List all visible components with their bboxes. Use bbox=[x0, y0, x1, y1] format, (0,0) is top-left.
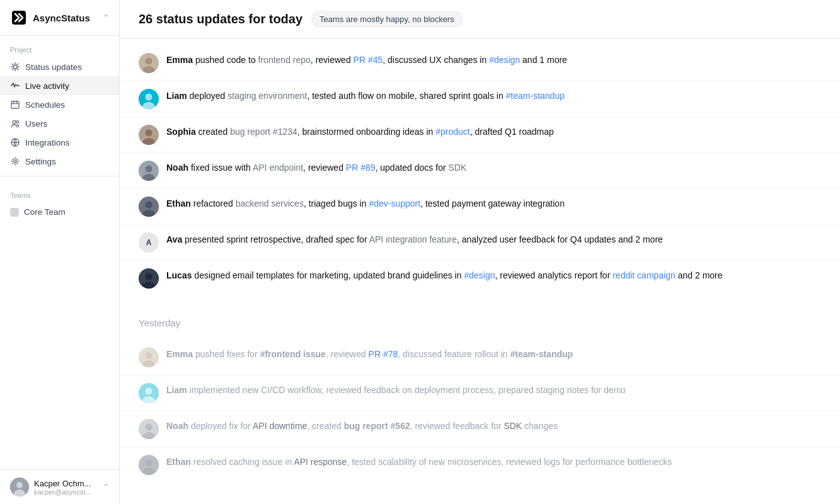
sidebar-item-label: Integrations bbox=[25, 138, 70, 147]
svg-line-6 bbox=[12, 64, 13, 64]
sidebar: AsyncStatus ⌃ Project Status updates bbox=[0, 0, 120, 504]
avatar bbox=[139, 347, 159, 367]
yesterday-section-label: Yesterday bbox=[120, 302, 840, 333]
teams-section-label: Teams bbox=[0, 181, 119, 203]
svg-line-8 bbox=[17, 64, 18, 64]
project-section: Project Status updates bbox=[0, 36, 119, 171]
activity-text: Emma pushed code to frontend repo, revie… bbox=[166, 53, 821, 67]
sidebar-item-settings[interactable]: Settings bbox=[0, 152, 119, 171]
svg-point-39 bbox=[146, 352, 152, 359]
activity-text: Ethan resolved caching issue in API resp… bbox=[166, 455, 821, 469]
user-info: Kacper Ochm... kacper@asyncst... bbox=[34, 479, 98, 496]
list-item: Noah fixed issue with API endpoint, revi… bbox=[120, 153, 840, 189]
activity-text: Noah deployed fix for API downtime, crea… bbox=[166, 419, 821, 433]
list-item: Liam deployed staging environment, teste… bbox=[120, 81, 840, 117]
activity-text: Liam deployed staging environment, teste… bbox=[166, 89, 821, 103]
svg-point-21 bbox=[146, 58, 152, 65]
svg-point-45 bbox=[146, 424, 152, 431]
avatar bbox=[139, 383, 159, 403]
svg-point-30 bbox=[146, 166, 152, 173]
list-item: Ethan refactored backend services, triag… bbox=[120, 189, 840, 225]
sidebar-item-label: Settings bbox=[25, 157, 56, 166]
sidebar-item-label: Users bbox=[25, 119, 47, 129]
svg-point-16 bbox=[14, 160, 16, 163]
team-color-indicator bbox=[10, 208, 19, 217]
avatar bbox=[139, 89, 159, 109]
sidebar-item-live-activity[interactable]: Live activity bbox=[0, 76, 119, 95]
svg-point-15 bbox=[16, 120, 19, 123]
integrations-icon bbox=[10, 137, 20, 147]
sidebar-divider bbox=[0, 176, 119, 176]
svg-rect-10 bbox=[11, 101, 19, 108]
svg-point-27 bbox=[146, 130, 152, 137]
sidebar-header[interactable]: AsyncStatus ⌃ bbox=[0, 0, 119, 36]
sun-icon bbox=[10, 62, 20, 72]
activity-text: Lucas designed email templates for marke… bbox=[166, 268, 821, 282]
main-header: 26 status updates for today Teams are mo… bbox=[120, 0, 840, 39]
sidebar-item-core-team[interactable]: Core Team bbox=[0, 203, 119, 221]
activity-text: Sophia created bug report #1234, brainst… bbox=[166, 125, 821, 139]
sidebar-item-label: Live activity bbox=[25, 81, 69, 91]
svg-point-1 bbox=[13, 65, 17, 69]
list-item: Liam implemented new CI/CD workflow, rev… bbox=[120, 375, 840, 411]
sidebar-item-label: Status updates bbox=[25, 62, 82, 72]
yesterday-activity-list: Emma pushed fixes for #frontend issue, r… bbox=[120, 333, 840, 489]
user-menu-icon: ⌃ bbox=[103, 483, 109, 491]
avatar bbox=[139, 419, 159, 439]
today-activity-list: Emma pushed code to frontend repo, revie… bbox=[120, 39, 840, 302]
avatar bbox=[139, 197, 159, 217]
svg-point-42 bbox=[146, 388, 152, 395]
list-item: Emma pushed code to frontend repo, revie… bbox=[120, 45, 840, 81]
sidebar-item-label: Schedules bbox=[25, 100, 65, 110]
svg-line-7 bbox=[17, 69, 18, 69]
sidebar-item-schedules[interactable]: Schedules bbox=[0, 95, 119, 114]
app-switcher-icon: ⌃ bbox=[103, 13, 109, 22]
team-name: Core Team bbox=[24, 207, 66, 217]
svg-point-36 bbox=[146, 273, 152, 280]
avatar bbox=[139, 268, 159, 289]
activity-text: Liam implemented new CI/CD workflow, rev… bbox=[166, 383, 821, 397]
app-name: AsyncStatus bbox=[33, 13, 90, 23]
svg-point-14 bbox=[13, 120, 16, 123]
avatar bbox=[10, 478, 29, 496]
activity-text: Ethan refactored backend services, triag… bbox=[166, 197, 821, 210]
list-item: Lucas designed email templates for marke… bbox=[120, 261, 840, 296]
svg-point-24 bbox=[146, 94, 152, 101]
user-email: kacper@asyncst... bbox=[34, 488, 98, 496]
list-item: Emma pushed fixes for #frontend issue, r… bbox=[120, 340, 840, 375]
svg-line-9 bbox=[12, 69, 13, 69]
svg-point-33 bbox=[146, 202, 152, 209]
user-name: Kacper Ochm... bbox=[34, 479, 98, 488]
status-badge: Teams are mostly happy, no blockers bbox=[311, 11, 463, 27]
activity-text: Noah fixed issue with API endpoint, revi… bbox=[166, 161, 821, 175]
avatar: A bbox=[139, 232, 159, 253]
settings-icon bbox=[10, 156, 20, 166]
avatar bbox=[139, 125, 159, 145]
avatar bbox=[139, 455, 159, 475]
activity-text: Emma pushed fixes for #frontend issue, r… bbox=[166, 347, 821, 361]
list-item: Ethan resolved caching issue in API resp… bbox=[120, 447, 840, 483]
list-item: Noah deployed fix for API downtime, crea… bbox=[120, 411, 840, 447]
sidebar-item-users[interactable]: Users bbox=[0, 114, 119, 133]
list-item: Sophia created bug report #1234, brainst… bbox=[120, 117, 840, 153]
svg-point-18 bbox=[16, 482, 23, 488]
calendar-icon bbox=[10, 100, 20, 110]
sidebar-item-integrations[interactable]: Integrations bbox=[0, 133, 119, 152]
users-icon bbox=[10, 118, 20, 129]
avatar bbox=[139, 53, 159, 73]
avatar bbox=[139, 161, 159, 181]
page-title: 26 status updates for today bbox=[139, 12, 302, 26]
sidebar-item-status-updates[interactable]: Status updates bbox=[0, 57, 119, 76]
teams-section: Teams Core Team bbox=[0, 181, 119, 221]
app-logo bbox=[10, 9, 28, 26]
activity-text: Ava presented sprint retrospective, draf… bbox=[166, 232, 821, 246]
main-content: 26 status updates for today Teams are mo… bbox=[120, 0, 840, 504]
project-section-label: Project bbox=[0, 36, 119, 57]
svg-point-48 bbox=[146, 460, 152, 467]
activity-icon bbox=[10, 81, 20, 91]
sidebar-footer[interactable]: Kacper Ochm... kacper@asyncst... ⌃ bbox=[0, 469, 119, 504]
list-item: AAva presented sprint retrospective, dra… bbox=[120, 225, 840, 261]
